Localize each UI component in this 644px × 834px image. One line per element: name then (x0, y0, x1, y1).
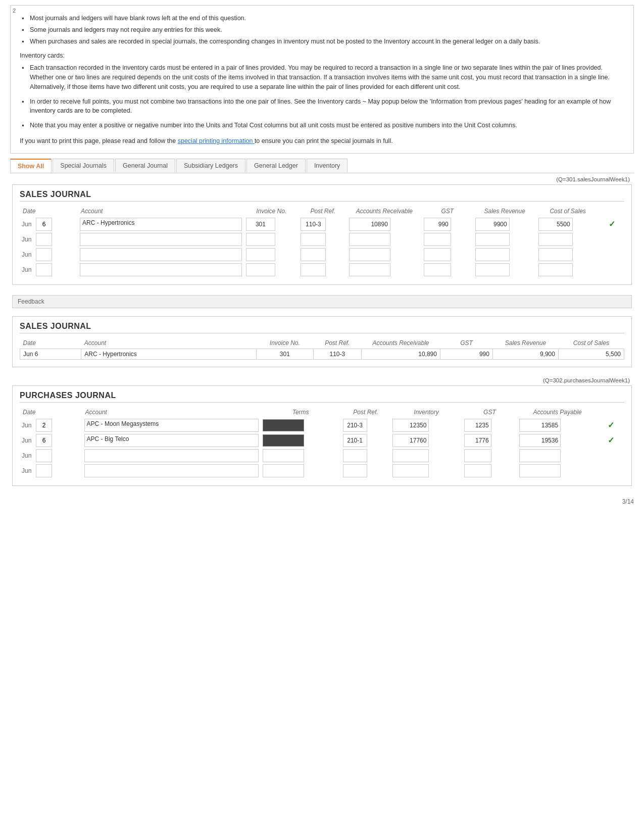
purch-day-input-1[interactable] (36, 434, 52, 447)
ans-th-gst: GST (440, 337, 492, 349)
sales-check-cell-2 (600, 247, 624, 262)
purch-postref-1 (341, 433, 391, 448)
tab-general-ledger[interactable]: General Ledger (246, 159, 306, 172)
terms-input-2[interactable] (263, 449, 304, 462)
sales-postref-input-3[interactable] (301, 263, 326, 276)
purch-account-2 (82, 448, 261, 463)
sales-gst-input-0[interactable] (424, 218, 451, 231)
sales-postref-cell-1 (299, 232, 346, 247)
purch-gst-input-0[interactable] (464, 419, 491, 432)
sales-journal-table: Date Account Invoice No. Post Ref. Accou… (20, 206, 624, 277)
sales-cos-input-3[interactable] (538, 263, 573, 276)
purch-ap-input-0[interactable] (519, 419, 561, 432)
sales-postref-input-1[interactable] (301, 233, 326, 246)
purch-day-input-3[interactable] (36, 464, 52, 477)
sales-gst-input-2[interactable] (424, 248, 451, 261)
pj-th-ap: Accounts Payable (517, 407, 598, 418)
ans-th-invoice: Invoice No. (256, 337, 313, 349)
sales-journal-answer-section: SALES JOURNAL Date Account Invoice No. P… (12, 316, 632, 367)
terms-dark-box-0[interactable] (263, 419, 304, 431)
purch-ap-input-2[interactable] (519, 449, 561, 462)
sales-journal-answer-table: Date Account Invoice No. Post Ref. Accou… (20, 337, 624, 360)
purch-account-display-1: APC - Big Telco (84, 434, 259, 447)
feedback-bar[interactable]: Feedback (12, 295, 632, 308)
sales-ar-input-1[interactable] (349, 233, 390, 246)
feedback-label: Feedback (18, 298, 44, 305)
sales-journal-section: SALES JOURNAL Date Account Invoice No. P… (12, 184, 632, 285)
terms-dark-box-1[interactable] (263, 434, 304, 447)
print-info-link[interactable]: special printing information (178, 137, 255, 144)
sales-journal-title: SALES JOURNAL (20, 190, 624, 202)
ans-th-date: Date (20, 337, 81, 349)
purch-day-input-2[interactable] (36, 449, 52, 462)
sales-sr-cell-3 (473, 262, 536, 277)
sales-cos-input-0[interactable] (538, 218, 573, 231)
tab-inventory[interactable]: Inventory (307, 159, 348, 172)
purch-postref-input-1[interactable] (343, 434, 367, 447)
sales-sr-input-0[interactable] (475, 218, 510, 231)
sales-ar-input-2[interactable] (349, 248, 390, 261)
sales-day-input-0[interactable] (36, 218, 52, 231)
purch-ap-input-1[interactable] (519, 434, 561, 447)
purch-account-display-3 (84, 464, 259, 477)
purch-gst-input-2[interactable] (464, 449, 491, 462)
sales-day-input-2[interactable] (36, 248, 52, 261)
inv-bullet-1: Each transaction recorded in the invento… (30, 62, 624, 92)
sales-sr-input-2[interactable] (475, 248, 510, 261)
th-invoice-no: Invoice No. (244, 206, 299, 217)
sales-postref-input-0[interactable] (301, 218, 326, 231)
sales-cos-input-1[interactable] (538, 233, 573, 246)
purch-inv-input-0[interactable] (392, 419, 429, 432)
sales-day-input-1[interactable] (36, 233, 52, 246)
instructions-panel: 2 Most journals and ledgers will have bl… (10, 5, 634, 154)
purch-gst-input-1[interactable] (464, 434, 491, 447)
th-cost-of-sales: Cost of Sales (536, 206, 600, 217)
sales-ar-input-0[interactable] (349, 218, 390, 231)
purch-day-input-0[interactable] (36, 419, 52, 432)
sales-cos-input-2[interactable] (538, 248, 573, 261)
content-area: (Q=301.salesJournalWeek1) SALES JOURNAL … (12, 176, 632, 486)
sales-ar-input-3[interactable] (349, 263, 390, 276)
purch-inv-input-1[interactable] (392, 434, 429, 447)
purch-postref-input-3[interactable] (343, 464, 367, 477)
purch-postref-input-2[interactable] (343, 449, 367, 462)
purch-account-0: APC - Moon Megasystems (82, 418, 261, 433)
th-post-ref: Post Ref. (299, 206, 346, 217)
purch-ap-1 (517, 433, 598, 448)
purch-ap-input-3[interactable] (519, 464, 561, 477)
sales-invoice-cell-2 (244, 247, 299, 262)
sales-invoice-input-1[interactable] (246, 233, 275, 246)
purchases-journal-table: Date Account Terms Post Ref. Inventory G… (20, 407, 624, 478)
sales-invoice-input-3[interactable] (246, 263, 275, 276)
tab-subsidiary-ledgers[interactable]: Subsidiary Ledgers (176, 159, 245, 172)
sales-invoice-input-0[interactable] (246, 218, 275, 231)
purch-date-3: Jun (20, 463, 82, 478)
sales-day-input-3[interactable] (36, 263, 52, 276)
sales-sr-input-1[interactable] (475, 233, 510, 246)
sales-account-display-1 (80, 233, 242, 246)
purch-row-1: Jun APC - Big Telco ✓ (20, 433, 624, 448)
sales-sr-input-3[interactable] (475, 263, 510, 276)
inv-bullet-3: Note that you may enter a positive or ne… (30, 120, 624, 131)
tab-show-all[interactable]: Show All (10, 159, 52, 173)
terms-input-3[interactable] (263, 464, 304, 477)
sales-gst-input-1[interactable] (424, 233, 451, 246)
sales-account-cell-3 (78, 262, 244, 277)
purch-gst-input-3[interactable] (464, 464, 491, 477)
purch-row-3: Jun (20, 463, 624, 478)
purch-postref-input-0[interactable] (343, 419, 367, 432)
sales-sr-cell-1 (473, 232, 536, 247)
sales-sr-cell-0 (473, 217, 536, 232)
sales-cos-cell-3 (536, 262, 600, 277)
purch-inv-input-2[interactable] (392, 449, 429, 462)
sales-invoice-input-2[interactable] (246, 248, 275, 261)
sales-journal-ref: (Q=301.salesJournalWeek1) (12, 176, 632, 182)
sales-gst-input-3[interactable] (424, 263, 451, 276)
tab-special-journals[interactable]: Special Journals (53, 159, 114, 172)
sales-postref-input-2[interactable] (301, 248, 326, 261)
purchases-journal-section: PURCHASES JOURNAL Date Account Terms Pos… (12, 385, 632, 486)
tab-general-journal[interactable]: General Journal (115, 159, 175, 172)
purch-inv-input-3[interactable] (392, 464, 429, 477)
page-footer: 3/14 (0, 496, 644, 507)
th-gst: GST (422, 206, 473, 217)
